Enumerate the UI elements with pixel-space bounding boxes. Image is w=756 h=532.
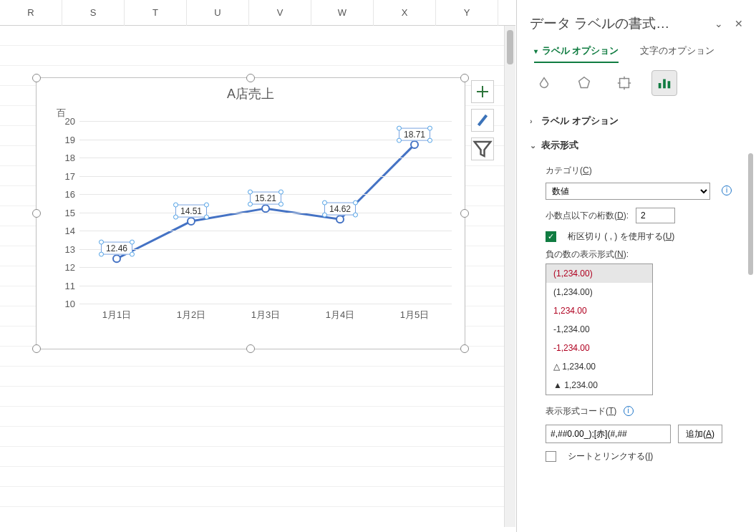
label-selection-handle[interactable] — [204, 203, 209, 208]
selection-handle[interactable] — [246, 344, 255, 353]
label-selection-handle[interactable] — [99, 240, 104, 245]
selection-handle[interactable] — [460, 74, 469, 82]
format-code-label: 表示形式コード(T) i — [546, 405, 743, 417]
data-label[interactable]: 18.71 — [399, 127, 430, 140]
negatives-option[interactable]: (1,234.00) — [546, 264, 652, 283]
info-icon[interactable]: i — [624, 406, 634, 416]
col-header[interactable]: V — [249, 0, 311, 26]
label-selection-handle[interactable] — [173, 215, 178, 220]
svg-rect-6 — [620, 79, 629, 88]
x-tick-label: 1月5日 — [377, 309, 452, 321]
label-selection-handle[interactable] — [99, 252, 104, 257]
label-selection-handle[interactable] — [204, 215, 209, 220]
y-tick-label: 16 — [65, 189, 75, 200]
svg-rect-9 — [668, 81, 671, 88]
data-label[interactable]: 12.46 — [101, 242, 132, 255]
y-tick-label: 10 — [65, 299, 75, 309]
data-label[interactable]: 15.21 — [250, 192, 281, 205]
tab-text-options[interactable]: 文字のオプション — [640, 44, 714, 63]
chevron-down-icon[interactable]: ⌄ — [714, 18, 723, 29]
label-selection-handle[interactable] — [397, 125, 402, 130]
format-code-input[interactable] — [546, 425, 671, 443]
link-to-sheet-checkbox[interactable]: シートとリンクする(I) — [546, 450, 743, 463]
section-label-options[interactable]: › ラベル オプション — [530, 109, 743, 133]
selection-handle[interactable] — [32, 209, 41, 218]
col-header[interactable]: R — [0, 0, 62, 26]
chart-object[interactable]: A店売上 百 2019181716151413121110 12.4614.51… — [36, 77, 465, 349]
thousands-separator-checkbox[interactable]: ✓ 桁区切り ( , ) を使用する(U) — [546, 231, 743, 243]
x-tick-label: 1月1日 — [79, 309, 154, 321]
label-selection-handle[interactable] — [427, 137, 432, 142]
fill-line-icon[interactable] — [531, 70, 557, 96]
pane-scrollbar[interactable] — [746, 150, 756, 523]
chevron-down-icon: ▾ — [534, 47, 538, 55]
y-tick-label: 17 — [65, 170, 75, 181]
selection-handle[interactable] — [460, 209, 469, 218]
x-tick-label: 1月3日 — [228, 309, 303, 321]
chart-styles-button[interactable] — [471, 109, 494, 132]
label-selection-handle[interactable] — [130, 240, 135, 245]
data-label[interactable]: 14.51 — [175, 205, 207, 218]
column-headers: R S T U V W X Y — [0, 0, 515, 26]
scroll-thumb[interactable] — [748, 153, 753, 275]
selection-handle[interactable] — [460, 344, 469, 353]
negatives-option[interactable]: -1,234.00 — [546, 320, 652, 339]
negatives-option[interactable]: ▲ 1,234.00 — [546, 376, 652, 395]
label-selection-handle[interactable] — [427, 125, 432, 130]
chart-elements-button[interactable] — [471, 80, 494, 103]
col-header[interactable]: Y — [436, 0, 498, 26]
decimal-places-label: 小数点以下の桁数(D): — [546, 210, 629, 222]
label-selection-handle[interactable] — [248, 190, 253, 195]
svg-point-0 — [113, 255, 120, 262]
category-select[interactable]: 数値 — [546, 183, 710, 200]
y-tick-label: 18 — [65, 153, 75, 163]
selection-handle[interactable] — [246, 74, 255, 82]
negatives-option[interactable]: △ 1,234.00 — [546, 357, 652, 376]
spreadsheet-grid: R S T U V W X Y A店売上 百 20191817161514131… — [0, 0, 515, 532]
decimal-places-input[interactable] — [636, 208, 675, 223]
label-selection-handle[interactable] — [353, 213, 358, 218]
section-number-format[interactable]: ⌄ 表示形式 — [530, 133, 743, 158]
scroll-thumb[interactable] — [507, 30, 513, 64]
x-tick-label: 1月2日 — [154, 309, 228, 321]
add-button[interactable]: 追加(A) — [678, 425, 722, 443]
funnel-icon — [472, 138, 493, 160]
label-selection-handle[interactable] — [278, 190, 284, 195]
negatives-option[interactable]: 1,234.00 — [546, 301, 652, 320]
close-icon[interactable]: ✕ — [735, 18, 743, 29]
chart-filters-button[interactable] — [471, 137, 494, 160]
label-selection-handle[interactable] — [397, 137, 402, 142]
size-properties-icon[interactable] — [611, 70, 637, 96]
y-tick-label: 13 — [65, 243, 75, 254]
selection-handle[interactable] — [32, 344, 41, 353]
label-selection-handle[interactable] — [278, 202, 284, 207]
info-icon[interactable]: i — [722, 185, 732, 195]
selection-handle[interactable] — [32, 74, 41, 82]
col-header[interactable]: T — [125, 0, 187, 26]
label-selection-handle[interactable] — [353, 200, 358, 205]
label-selection-handle[interactable] — [248, 202, 253, 207]
svg-point-3 — [336, 216, 344, 223]
label-options-icon[interactable] — [651, 70, 677, 96]
label-selection-handle[interactable] — [322, 213, 327, 218]
chevron-down-icon: ⌄ — [530, 141, 537, 150]
negatives-listbox[interactable]: (1,234.00)(1,234.00)1,234.00-1,234.00-1,… — [546, 263, 653, 395]
vertical-scrollbar[interactable] — [504, 26, 515, 527]
y-tick-label: 19 — [65, 134, 75, 145]
label-selection-handle[interactable] — [173, 203, 178, 208]
pane-title: データ ラベルの書式… — [530, 14, 669, 33]
col-header[interactable]: U — [187, 0, 249, 26]
plus-icon — [477, 91, 488, 92]
plot-area[interactable]: 12.4614.5115.2114.6218.71 — [79, 121, 452, 304]
col-header[interactable]: W — [311, 0, 374, 26]
tab-label-options[interactable]: ▾ ラベル オプション — [534, 44, 619, 63]
col-header[interactable]: X — [374, 0, 436, 26]
effects-icon[interactable] — [571, 70, 597, 96]
negatives-option[interactable]: (1,234.00) — [546, 283, 652, 301]
y-tick-label: 20 — [65, 116, 75, 127]
label-selection-handle[interactable] — [322, 200, 327, 205]
negatives-option[interactable]: -1,234.00 — [546, 339, 652, 357]
data-label[interactable]: 14.62 — [324, 203, 356, 216]
label-selection-handle[interactable] — [130, 252, 135, 257]
col-header[interactable]: S — [62, 0, 125, 26]
